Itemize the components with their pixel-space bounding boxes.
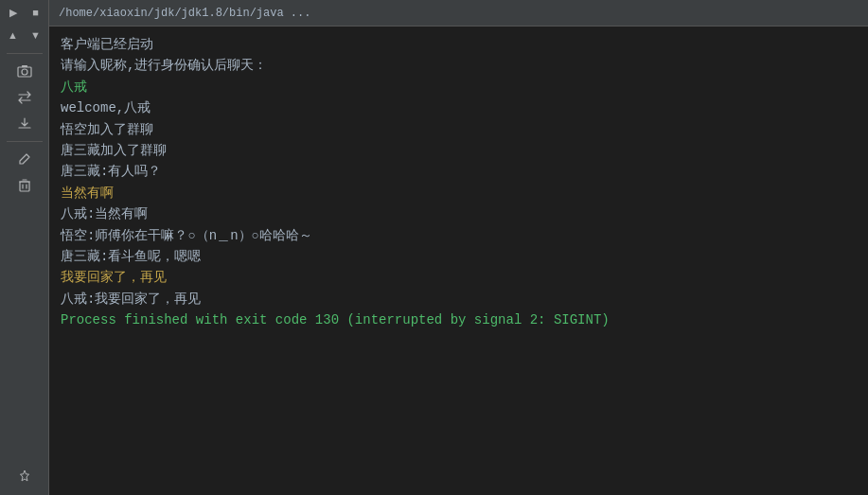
console-line: 当然有啊 xyxy=(61,183,857,203)
console-output[interactable]: 客户端已经启动请输入昵称,进行身份确认后聊天：八戒welcome,八戒悟空加入了… xyxy=(49,27,868,495)
delete-button[interactable] xyxy=(7,172,43,199)
console-line: 唐三藏:看斗鱼呢，嗯嗯 xyxy=(61,246,857,267)
camera-button[interactable] xyxy=(7,58,43,84)
scroll-down-button[interactable]: ▼ xyxy=(26,27,46,44)
pin-button[interactable] xyxy=(7,463,43,489)
pin-icon xyxy=(19,469,30,483)
svg-rect-3 xyxy=(20,182,29,191)
console-line: 我要回家了，再见 xyxy=(61,267,857,288)
swap-icon xyxy=(17,91,32,104)
play-button[interactable]: ▶ xyxy=(3,4,24,21)
toolbar: ▶ ■ ▲ ▼ xyxy=(0,0,49,495)
trash-icon xyxy=(19,179,30,192)
download-button[interactable] xyxy=(7,111,43,137)
edit-icon xyxy=(18,152,31,166)
main-panel: /home/xiaoxin/jdk/jdk1.8/bin/java ... 客户… xyxy=(49,0,868,495)
console-line: Process finished with exit code 130 (int… xyxy=(61,309,857,330)
edit-button[interactable] xyxy=(7,146,43,172)
console-line: 八戒:当然有啊 xyxy=(61,203,857,224)
camera-icon xyxy=(17,64,32,78)
toolbar-top-controls: ▶ ■ xyxy=(3,4,46,21)
console-line: 八戒:我要回家了，再见 xyxy=(61,289,857,309)
svg-rect-2 xyxy=(22,65,27,67)
stop-button[interactable]: ■ xyxy=(26,4,46,21)
swap-button[interactable] xyxy=(7,84,43,111)
svg-point-1 xyxy=(22,69,27,75)
console-line: 悟空:师傅你在干嘛？○（n＿n）○哈哈哈～ xyxy=(61,225,857,246)
console-line: 请输入昵称,进行身份确认后聊天： xyxy=(61,55,857,76)
console-line: 唐三藏加入了群聊 xyxy=(61,140,857,161)
console-line: 客户端已经启动 xyxy=(61,34,857,55)
title-bar: /home/xiaoxin/jdk/jdk1.8/bin/java ... xyxy=(49,0,868,27)
scroll-up-button[interactable]: ▲ xyxy=(3,27,24,44)
console-line: 悟空加入了群聊 xyxy=(61,119,857,140)
console-line: welcome,八戒 xyxy=(61,97,857,118)
console-line: 八戒 xyxy=(61,77,857,97)
toolbar-separator-1 xyxy=(7,53,43,54)
download-icon xyxy=(18,117,31,131)
toolbar-scroll-controls: ▲ ▼ xyxy=(3,27,46,44)
toolbar-separator-2 xyxy=(7,141,43,142)
title-text: /home/xiaoxin/jdk/jdk1.8/bin/java ... xyxy=(59,7,310,20)
console-line: 唐三藏:有人吗？ xyxy=(61,161,857,182)
